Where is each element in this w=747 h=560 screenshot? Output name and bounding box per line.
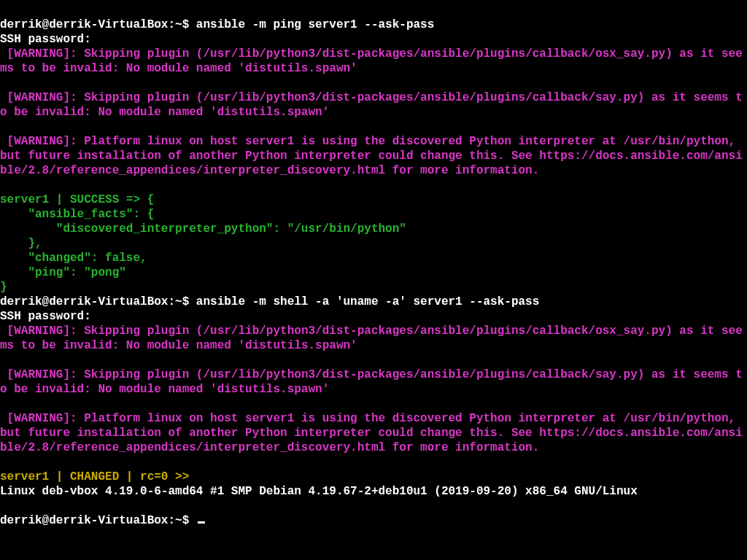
terminal-output[interactable]: derrik@derrik-VirtualBox:~$ ansible -m p… [0, 3, 747, 528]
shell-prompt-2: derrik@derrik-VirtualBox:~$ [0, 295, 196, 308]
shell-prompt-3: derrik@derrik-VirtualBox:~$ [0, 514, 196, 527]
ssh-password-prompt-1: SSH password: [0, 33, 91, 46]
shell-prompt-1: derrik@derrik-VirtualBox:~$ [0, 18, 196, 31]
cursor-icon [198, 521, 205, 524]
warning-say-2: [WARNING]: Skipping plugin (/usr/lib/pyt… [0, 368, 743, 396]
uname-output: Linux deb-vbox 4.19.0-6-amd64 #1 SMP Deb… [0, 485, 638, 498]
warning-osx-say-1: [WARNING]: Skipping plugin (/usr/lib/pyt… [0, 47, 743, 75]
ansible-success-block: server1 | SUCCESS => { "ansible_facts": … [0, 193, 406, 294]
warning-osx-say-2: [WARNING]: Skipping plugin (/usr/lib/pyt… [0, 324, 743, 352]
warning-platform-2: [WARNING]: Platform linux on host server… [0, 412, 743, 454]
warning-say-1: [WARNING]: Skipping plugin (/usr/lib/pyt… [0, 91, 743, 119]
command-2: ansible -m shell -a 'uname -a' server1 -… [196, 295, 539, 308]
warning-platform-1: [WARNING]: Platform linux on host server… [0, 135, 743, 177]
command-1: ansible -m ping server1 --ask-pass [196, 18, 434, 31]
ssh-password-prompt-2: SSH password: [0, 310, 91, 323]
ansible-changed-header: server1 | CHANGED | rc=0 >> [0, 470, 189, 483]
